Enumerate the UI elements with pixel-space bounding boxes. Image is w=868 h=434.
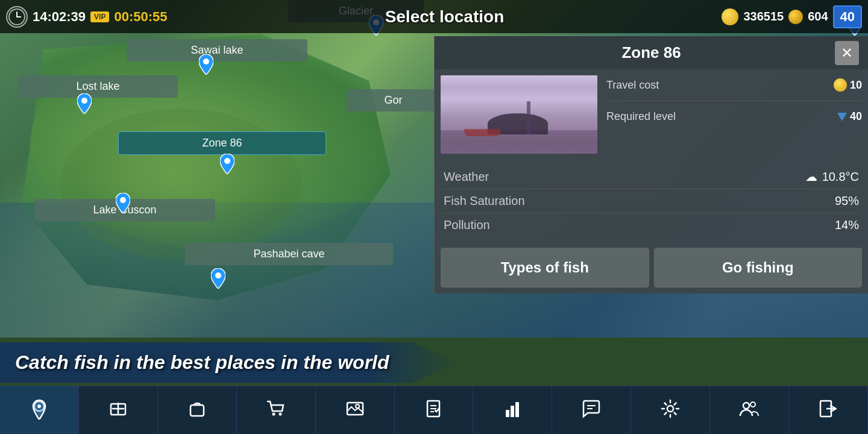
pin-lost-lake	[77, 93, 92, 114]
nav-item-map[interactable]	[0, 386, 79, 434]
weather-label: Weather	[444, 170, 489, 184]
location-gor[interactable]: Gor	[347, 89, 440, 112]
pollution-value: 14%	[835, 218, 859, 232]
nav-item-tasks[interactable]	[395, 386, 474, 434]
pin-pashabei	[211, 268, 225, 289]
fish-saturation-row: Fish Saturation 95%	[444, 189, 859, 213]
action-buttons-row: Types of fish Go fishing	[435, 242, 868, 294]
zone-detail-rows: Weather ☁ 10.8°C Fish Saturation 95% Pol…	[435, 160, 868, 242]
nav-item-exit[interactable]	[789, 386, 868, 434]
svg-point-0	[203, 58, 209, 64]
nav-item-chat[interactable]	[552, 386, 631, 434]
svg-point-3	[120, 197, 126, 203]
zone-panel-title: Zone 86	[621, 43, 681, 62]
nav-item-bag[interactable]	[158, 386, 237, 434]
svg-point-11	[37, 404, 41, 408]
map-icon	[28, 398, 50, 423]
stats-icon	[502, 398, 523, 423]
required-level-label: Required level	[606, 110, 676, 123]
level-arrow-icon	[837, 113, 847, 121]
nav-item-gallery[interactable]	[316, 386, 395, 434]
friends-icon	[738, 398, 760, 423]
required-level-row: Required level 40	[606, 107, 862, 126]
current-time: 14:02:39	[33, 9, 86, 25]
zone-panel-content: Travel cost 10 Required level 40	[435, 69, 868, 160]
clock-icon	[6, 6, 28, 28]
svg-point-19	[356, 404, 359, 408]
svg-rect-15	[190, 405, 204, 416]
types-of-fish-button[interactable]: Types of fish	[441, 248, 649, 288]
pollution-row: Pollution 14%	[444, 213, 859, 237]
nav-items-container	[0, 386, 868, 434]
close-panel-button[interactable]: ✕	[835, 41, 859, 65]
go-fishing-button[interactable]: Go fishing	[654, 248, 863, 288]
travel-cost-row: Travel cost 10	[606, 75, 862, 95]
bottom-navigation-bar	[0, 386, 868, 434]
nav-item-market[interactable]	[79, 386, 158, 434]
pin-zone86	[220, 154, 234, 174]
zone-panel-header: Zone 86 ✕	[435, 36, 868, 69]
chat-icon	[580, 398, 602, 423]
fish-saturation-label: Fish Saturation	[444, 194, 525, 208]
svg-point-1	[81, 98, 87, 104]
cloud-icon: ☁	[805, 169, 817, 184]
slogan-text: Catch fish in the best places in the wor…	[15, 351, 389, 373]
header-left: 14:02:39 VIP 00:50:55	[6, 6, 168, 28]
location-sawai-lake[interactable]: Sawai lake	[127, 39, 307, 61]
bag-icon	[186, 398, 208, 423]
divider-1	[606, 101, 862, 101]
zone-stats-panel: Travel cost 10 Required level 40	[606, 75, 862, 154]
fish-saturation-value: 95%	[835, 194, 859, 208]
coins-amount: 336515	[743, 10, 784, 24]
nav-item-stats[interactable]	[473, 386, 552, 434]
market-icon	[107, 398, 129, 423]
zone-image-tower	[527, 101, 530, 134]
tasks-icon	[423, 398, 444, 423]
travel-cost-coin-icon	[834, 78, 847, 92]
svg-point-17	[278, 412, 281, 415]
svg-point-16	[272, 412, 275, 415]
gems-amount: 604	[808, 10, 828, 24]
coin-icon-large	[722, 8, 738, 25]
svg-point-31	[750, 402, 755, 407]
level-badge: 40	[833, 5, 862, 28]
zone-preview-image	[441, 75, 597, 154]
pollution-label: Pollution	[444, 218, 490, 232]
svg-point-29	[667, 406, 673, 412]
nav-item-friends[interactable]	[710, 386, 789, 434]
zone-detail-panel: Zone 86 ✕ Travel cost 10	[434, 36, 868, 294]
svg-rect-26	[515, 402, 519, 417]
select-location-title: Select location	[385, 7, 505, 27]
required-level-value: 40	[837, 110, 862, 123]
vip-badge: VIP	[90, 11, 109, 22]
countdown-timer: 00:50:55	[114, 9, 167, 25]
nav-item-settings[interactable]	[631, 386, 710, 434]
header-center: Select location	[168, 7, 722, 27]
svg-point-30	[743, 403, 749, 409]
svg-point-2	[224, 158, 230, 164]
settings-icon	[659, 398, 681, 423]
svg-rect-24	[506, 410, 509, 417]
travel-cost-value: 10	[834, 78, 862, 92]
weather-value: ☁ 10.8°C	[805, 169, 859, 184]
header-right: 336515 604 40	[722, 5, 862, 28]
svg-rect-25	[511, 406, 514, 417]
pin-sawai	[199, 54, 213, 75]
gem-icon	[788, 10, 803, 24]
location-pashabei-cave[interactable]: Pashabei cave	[185, 243, 393, 265]
gallery-icon	[344, 398, 366, 423]
cart-icon	[265, 398, 287, 423]
exit-icon	[817, 398, 839, 423]
nav-item-shop[interactable]	[237, 386, 316, 434]
bottom-slogan-banner: Catch fish in the best places in the wor…	[0, 342, 458, 383]
location-zone-86[interactable]: Zone 86	[118, 131, 326, 155]
weather-row: Weather ☁ 10.8°C	[444, 165, 859, 189]
travel-cost-label: Travel cost	[606, 79, 659, 92]
location-lost-lake[interactable]: Lost lake	[18, 75, 178, 98]
pin-cuscon	[116, 193, 130, 213]
header-bar: 14:02:39 VIP 00:50:55 Select location 33…	[0, 0, 868, 33]
svg-point-4	[215, 272, 221, 278]
